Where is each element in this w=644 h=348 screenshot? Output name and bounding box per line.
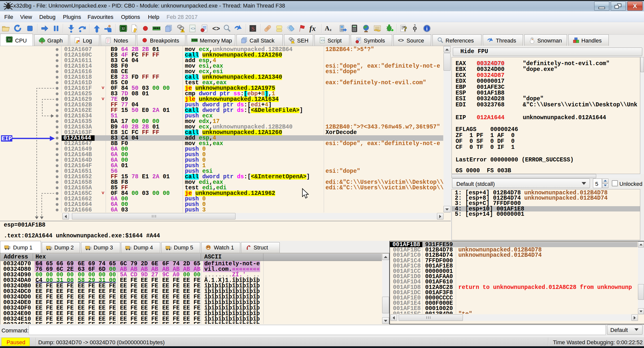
svg-text:32: 32 — [122, 27, 125, 30]
svg-text:fx: fx — [309, 24, 316, 32]
svg-text:S: S — [251, 25, 255, 32]
svg-text:?: ? — [414, 24, 416, 27]
svg-text:i: i — [426, 26, 428, 31]
svg-text:<>: <> — [321, 39, 325, 42]
svg-text:<>: <> — [212, 25, 220, 32]
svg-text:?: ? — [404, 25, 407, 33]
svg-text:EIP: EIP — [2, 136, 12, 142]
svg-text:<>: <> — [191, 27, 195, 31]
svg-text:A: A — [325, 25, 330, 32]
svg-text:z: z — [330, 28, 332, 32]
svg-text:<>: <> — [398, 37, 404, 43]
svg-text:!: ! — [182, 29, 183, 32]
svg-text:32: 32 — [8, 38, 11, 41]
